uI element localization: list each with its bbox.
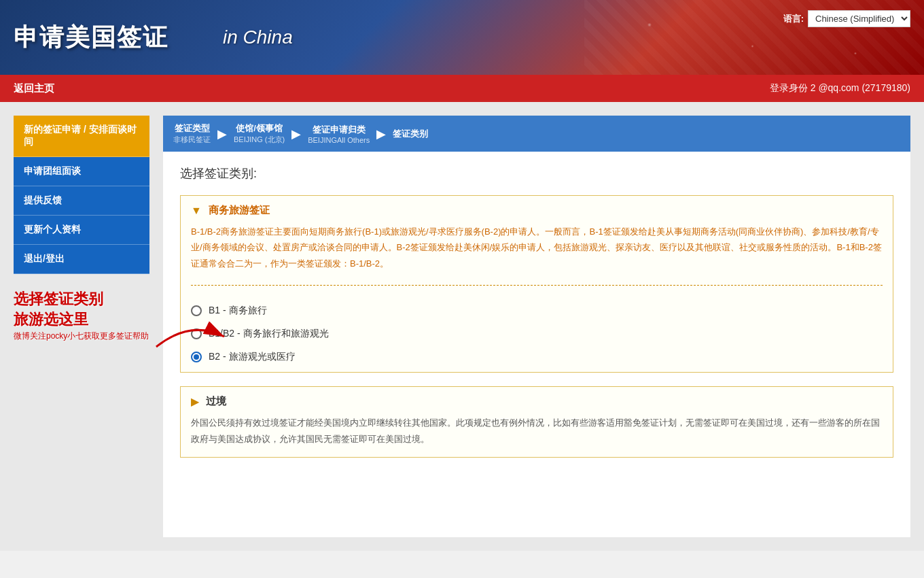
transit-card-expand-icon[interactable]: ▶ xyxy=(191,395,199,408)
breadcrumb-step3-sub: BEIJINGAll Others xyxy=(308,136,370,144)
breadcrumb-step1-sub: 非移民签证 xyxy=(173,135,211,145)
transit-card: ▶ 过境 外国公民须持有效过境签证才能经美国境内立即继续转往其他国家。此项规定也… xyxy=(180,386,893,458)
visa-card-title: 商务旅游签证 xyxy=(209,204,270,217)
sidebar-item-group-interview[interactable]: 申请团组面谈 xyxy=(14,157,149,186)
sidebar-item-feedback[interactable]: 提供反馈 xyxy=(14,186,149,216)
breadcrumb-arrow-3: ▶ xyxy=(376,126,386,141)
visa-card-expand-icon[interactable]: ▼ xyxy=(191,205,202,217)
breadcrumb: 签证类型 非移民签证 ▶ 使馆/领事馆 BEIJING (北京) ▶ 签证申请归… xyxy=(163,116,910,152)
visa-card-divider xyxy=(191,285,883,286)
radio-group: B1 - 商务旅行 B1/B2 - 商务旅行和旅游观光 B2 - 旅游观光或医疗 xyxy=(181,296,893,372)
language-label: 语言: xyxy=(783,13,804,25)
annotation-sub: 微博关注pocky小七获取更多签证帮助 xyxy=(14,330,149,342)
transit-card-description: 外国公民须持有效过境签证才能经美国境内立即继续转往其他国家。此项规定也有例外情况… xyxy=(181,411,893,457)
breadcrumb-step2-label: 使馆/领事馆 xyxy=(236,122,283,135)
breadcrumb-step1-label: 签证类型 xyxy=(175,122,210,135)
site-subtitle: in China xyxy=(223,27,293,48)
transit-card-header: ▶ 过境 xyxy=(181,387,893,411)
breadcrumb-arrow-2: ▶ xyxy=(291,126,301,141)
user-label: 登录身份 2 xyxy=(770,82,816,93)
breadcrumb-step4-label: 签证类别 xyxy=(393,128,428,140)
content-body: 选择签证类别: ▼ 商务旅游签证 B-1/B-2商务旅游签证主要面向短期商务旅行… xyxy=(163,152,910,471)
breadcrumb-step3-label: 签证申请归类 xyxy=(313,124,366,136)
visa-card-description: B-1/B-2商务旅游签证主要面向短期商务旅行(B-1)或旅游观光/寻求医疗服务… xyxy=(181,220,893,282)
header: 申请美国签证 in China 语言: Chinese (Simplified) xyxy=(0,0,924,75)
radio-option-b2[interactable]: B2 - 旅游观光或医疗 xyxy=(191,345,883,369)
sidebar-item-update-profile[interactable]: 更新个人资料 xyxy=(14,216,149,245)
content-title: 选择签证类别: xyxy=(180,165,893,182)
language-dropdown[interactable]: Chinese (Simplified) xyxy=(808,10,910,27)
sidebar-item-logout[interactable]: 退出/登出 xyxy=(14,245,149,274)
language-selector[interactable]: 语言: Chinese (Simplified) xyxy=(783,10,910,27)
visa-card: ▼ 商务旅游签证 B-1/B-2商务旅游签证主要面向短期商务旅行(B-1)或旅游… xyxy=(180,195,893,373)
annotation-text: 选择签证类别 旅游选这里 微博关注pocky小七获取更多签证帮助 xyxy=(14,289,149,342)
annotation-line1: 选择签证类别 xyxy=(14,290,103,307)
breadcrumb-step-1: 签证类型 非移民签证 xyxy=(173,122,211,145)
content-area: 签证类型 非移民签证 ▶ 使馆/领事馆 BEIJING (北京) ▶ 签证申请归… xyxy=(163,116,910,537)
annotation-arrow xyxy=(149,313,231,356)
breadcrumb-step-4: 签证类别 xyxy=(393,128,428,140)
sidebar-item-new-application[interactable]: 新的签证申请 / 安排面谈时间 xyxy=(14,116,149,157)
site-title: 申请美国签证 xyxy=(14,21,168,54)
visa-card-header: ▼ 商务旅游签证 xyxy=(181,196,893,220)
breadcrumb-step2-sub: BEIJING (北京) xyxy=(234,135,285,145)
user-email: @qq.com (27179180) xyxy=(818,82,910,93)
annotation-line2: 旅游选这里 xyxy=(14,311,88,328)
breadcrumb-step-2: 使馆/领事馆 BEIJING (北京) xyxy=(234,122,285,145)
sidebar: 新的签证申请 / 安排面谈时间 申请团组面谈 提供反馈 更新个人资料 退出/登出… xyxy=(14,116,149,537)
breadcrumb-step-3: 签证申请归类 BEIJINGAll Others xyxy=(308,124,370,144)
home-link[interactable]: 返回主页 xyxy=(14,82,54,95)
user-info: 登录身份 2 @qq.com (27179180) xyxy=(770,82,910,95)
transit-card-title: 过境 xyxy=(206,395,226,408)
radio-option-b1b2[interactable]: B1/B2 - 商务旅行和旅游观光 xyxy=(191,322,883,345)
nav-bar: 返回主页 登录身份 2 @qq.com (27179180) xyxy=(0,75,924,102)
main-container: 新的签证申请 / 安排面谈时间 申请团组面谈 提供反馈 更新个人资料 退出/登出… xyxy=(0,102,924,551)
radio-option-b1[interactable]: B1 - 商务旅行 xyxy=(191,299,883,322)
breadcrumb-arrow-1: ▶ xyxy=(217,126,227,141)
